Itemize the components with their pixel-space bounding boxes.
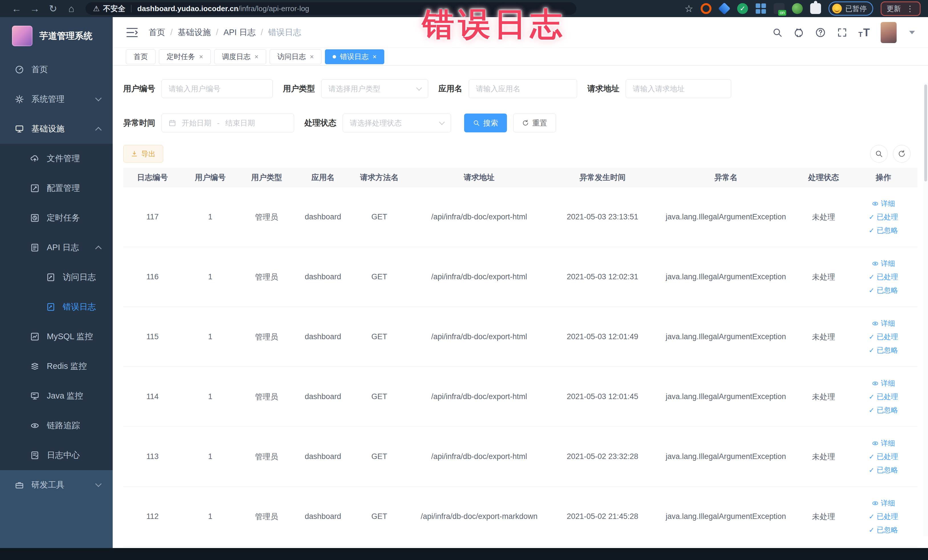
refresh-button[interactable] [893,145,911,163]
breadcrumb-api-log[interactable]: API 日志 [223,27,256,38]
col-process-status: 处理状态 [798,172,849,183]
paused-badge[interactable]: 已暂停 [829,2,873,16]
table-cell: dashboard [295,272,351,281]
row-actions: 详细✓已处理✓已忽略 [849,438,917,475]
help-icon[interactable] [815,27,826,38]
action-processed-link[interactable]: ✓已处理 [868,332,898,342]
monitor-icon [15,124,24,134]
sidebar-logo[interactable]: 芋道管理系统 [0,17,113,55]
sidebar-item-infrastructure[interactable]: 基础设施 [0,114,113,144]
extension-icon-3[interactable]: ✓ [737,3,748,14]
sidebar-item-java-monitor[interactable]: Java 监控 [0,381,113,411]
sidebar-item-trace[interactable]: 链路追踪 [0,411,113,441]
tab-scheduled-tasks[interactable]: 定时任务× [159,49,211,64]
scrollbar-thumb[interactable] [924,84,927,182]
request-url-input[interactable] [626,79,731,98]
action-ignored-link[interactable]: ✓已忽略 [868,465,898,475]
action-ignored-link[interactable]: ✓已忽略 [868,525,898,535]
extension-icon-5[interactable] [774,3,785,14]
tab-error-log[interactable]: 错误日志× [325,49,384,64]
sidebar-item-redis-monitor[interactable]: Redis 监控 [0,351,113,381]
sidebar-item-file-management[interactable]: 文件管理 [0,144,113,174]
close-icon[interactable]: × [199,53,203,61]
bookmark-star-icon[interactable]: ☆ [685,3,693,14]
sidebar-section-devtools: 研发工具 [0,470,113,560]
address-bar[interactable]: ⚠ 不安全 dashboard.yudao.iocoder.cn /infra/… [85,2,576,15]
action-processed-link[interactable]: ✓已处理 [868,512,898,521]
fullscreen-icon[interactable] [837,27,847,38]
action-detail-link[interactable]: 详细 [872,199,895,208]
action-ignored-link[interactable]: ✓已忽略 [868,285,898,295]
extension-icon-2[interactable] [718,3,731,15]
sidebar-item-home[interactable]: 首页 [0,55,113,84]
search-icon [875,150,883,158]
tab-schedule-log[interactable]: 调度日志× [214,49,266,64]
extension-icon-4[interactable] [756,3,766,14]
breadcrumb-home[interactable]: 首页 [149,27,165,38]
process-status-select[interactable]: 请选择处理状态 [343,113,451,132]
browser-update-button[interactable]: 更新 ⋮ [881,2,920,16]
table-cell: dashboard [295,512,351,521]
action-detail-link[interactable]: 详细 [872,259,895,268]
user-type-select[interactable]: 请选择用户类型 [321,79,428,98]
github-icon[interactable] [793,27,804,38]
search-button[interactable]: 搜索 [464,113,507,132]
action-ignored-link[interactable]: ✓已忽略 [868,226,898,235]
action-processed-link[interactable]: ✓已处理 [868,212,898,222]
action-detail-link[interactable]: 详细 [872,378,895,388]
action-detail-link[interactable]: 详细 [872,438,895,448]
action-ignored-link[interactable]: ✓已忽略 [868,405,898,415]
action-processed-link[interactable]: ✓已处理 [868,272,898,282]
sidebar-item-api-log[interactable]: API 日志 [0,233,113,262]
table-row: 1161管理员dashboardGET/api/infra/db-doc/exp… [123,247,917,307]
sidebar-item-error-log[interactable]: 错误日志 [0,292,113,322]
sidebar-item-dev-tools[interactable]: 研发工具 [0,470,113,500]
action-detail-link[interactable]: 详细 [872,498,895,508]
sidebar-item-mysql-monitor[interactable]: MySQL 监控 [0,322,113,351]
extension-icon-1[interactable] [701,3,711,14]
font-size-icon[interactable]: TT [858,27,870,38]
browser-menu-icon[interactable]: ⋮ [906,4,914,14]
hamburger-icon[interactable] [126,27,138,38]
end-date-placeholder[interactable]: 结束日期 [225,118,255,128]
close-icon[interactable]: × [255,53,258,61]
security-label[interactable]: 不安全 [103,4,125,14]
browser-reload-icon[interactable]: ↻ [44,3,62,14]
user-id-input[interactable] [162,79,273,98]
sidebar-item-config-management[interactable]: 配置管理 [0,174,113,203]
search-toggle-button[interactable] [870,145,888,163]
reset-button[interactable]: 重置 [513,113,556,132]
table-cell: 管理员 [239,212,295,222]
exception-time-range-picker[interactable]: 开始日期 - 结束日期 [162,113,294,132]
sidebar-item-access-log[interactable]: 访问日志 [0,262,113,292]
search-icon[interactable] [772,27,783,38]
extensions-puzzle-icon[interactable] [810,3,821,14]
tab-home[interactable]: 首页 [126,49,156,64]
action-ignored-link[interactable]: ✓已忽略 [868,345,898,355]
sidebar-item-system-management[interactable]: 系统管理 [0,84,113,114]
start-date-placeholder[interactable]: 开始日期 [182,118,211,128]
browser-toolbar-right: ☆ ✓ 已暂停 更新 ⋮ [685,2,920,16]
action-processed-link[interactable]: ✓已处理 [868,452,898,461]
avatar-caret-icon[interactable] [909,31,915,34]
browser-forward-icon[interactable]: → [26,3,44,14]
refresh-icon [522,119,529,127]
close-icon[interactable]: × [372,53,377,61]
export-button[interactable]: 导出 [123,145,163,163]
app-name-input[interactable] [469,79,577,98]
breadcrumb-infrastructure[interactable]: 基础设施 [178,27,211,38]
sidebar-item-log-center[interactable]: 日志中心 [0,441,113,470]
extension-icon-6[interactable] [792,3,803,14]
action-processed-link[interactable]: ✓已处理 [868,392,898,401]
browser-home-icon[interactable]: ⌂ [62,3,81,14]
col-app-name: 应用名 [295,172,351,183]
scrollbar[interactable] [923,83,928,536]
sidebar-item-scheduled-tasks[interactable]: 定时任务 [0,203,113,233]
close-icon[interactable]: × [310,53,314,61]
table-cell: /api/infra/db-doc/export-html [407,392,551,401]
tab-access-log[interactable]: 访问日志× [270,49,322,64]
action-detail-link[interactable]: 详细 [872,319,895,328]
user-avatar[interactable] [881,22,897,43]
browser-back-icon[interactable]: ← [8,3,26,14]
table-cell: 2021-05-03 23:13:51 [551,212,654,221]
